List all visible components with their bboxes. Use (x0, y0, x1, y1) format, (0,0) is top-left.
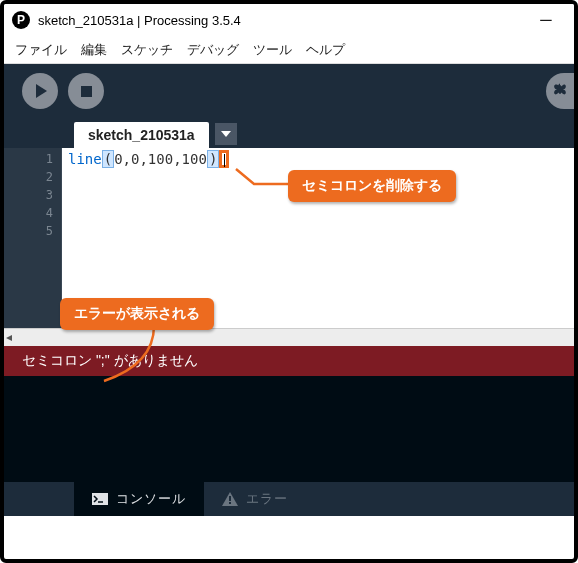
tab-strip: sketch_210531a (4, 118, 574, 148)
menu-sketch[interactable]: スケッチ (116, 39, 178, 61)
line-number: 1 (4, 150, 61, 168)
line-number: 4 (4, 204, 61, 222)
line-number: 2 (4, 168, 61, 186)
menu-file[interactable]: ファイル (10, 39, 72, 61)
tab-active[interactable]: sketch_210531a (74, 122, 209, 148)
menu-help[interactable]: ヘルプ (301, 39, 350, 61)
code-args: 0,0,100,100 (114, 151, 207, 167)
stop-button[interactable] (68, 73, 104, 109)
minimize-button[interactable]: ─ (526, 8, 566, 32)
code-bracket-open: ( (102, 150, 114, 168)
scroll-left-icon[interactable]: ◂ (6, 330, 12, 344)
debug-mode-button[interactable] (546, 73, 574, 109)
run-button[interactable] (22, 73, 58, 109)
butterfly-icon (551, 82, 569, 100)
menu-tools[interactable]: ツール (248, 39, 297, 61)
tab-dropdown-button[interactable] (215, 123, 237, 145)
horizontal-scrollbar[interactable]: ◂ (4, 328, 574, 346)
warning-icon (222, 492, 238, 506)
menu-edit[interactable]: 編集 (76, 39, 112, 61)
error-message: セミコロン ";" がありません (22, 352, 198, 370)
code-function: line (68, 151, 102, 167)
line-number: 5 (4, 222, 61, 240)
tab-console[interactable]: コンソール (74, 482, 204, 516)
stop-icon (81, 86, 92, 97)
window-title: sketch_210531a | Processing 3.5.4 (38, 13, 526, 28)
bottom-tabs: コンソール エラー (4, 482, 574, 516)
menubar: ファイル 編集 スケッチ デバッグ ツール ヘルプ (4, 36, 574, 64)
line-gutter: 1 2 3 4 5 (4, 148, 62, 328)
console-area[interactable] (4, 376, 574, 482)
tab-console-label: コンソール (116, 490, 186, 508)
annotation-callout-1: セミコロンを削除する (288, 170, 456, 202)
svg-rect-3 (229, 502, 231, 504)
console-icon (92, 492, 108, 506)
line-number: 3 (4, 186, 61, 204)
code-bracket-close: ) (207, 150, 219, 168)
menu-debug[interactable]: デバッグ (182, 39, 244, 61)
toolbar (4, 64, 574, 118)
play-icon (36, 84, 47, 98)
svg-rect-2 (229, 496, 231, 501)
svg-rect-0 (92, 493, 108, 505)
app-window: P sketch_210531a | Processing 3.5.4 ─ ファ… (0, 0, 578, 563)
titlebar: P sketch_210531a | Processing 3.5.4 ─ (4, 4, 574, 36)
processing-logo-icon: P (12, 11, 30, 29)
error-bar: セミコロン ";" がありません (4, 346, 574, 376)
cursor-highlight (219, 150, 229, 168)
tab-errors[interactable]: エラー (204, 482, 306, 516)
tab-errors-label: エラー (246, 490, 288, 508)
annotation-callout-2: エラーが表示される (60, 298, 214, 330)
chevron-down-icon (221, 131, 231, 137)
